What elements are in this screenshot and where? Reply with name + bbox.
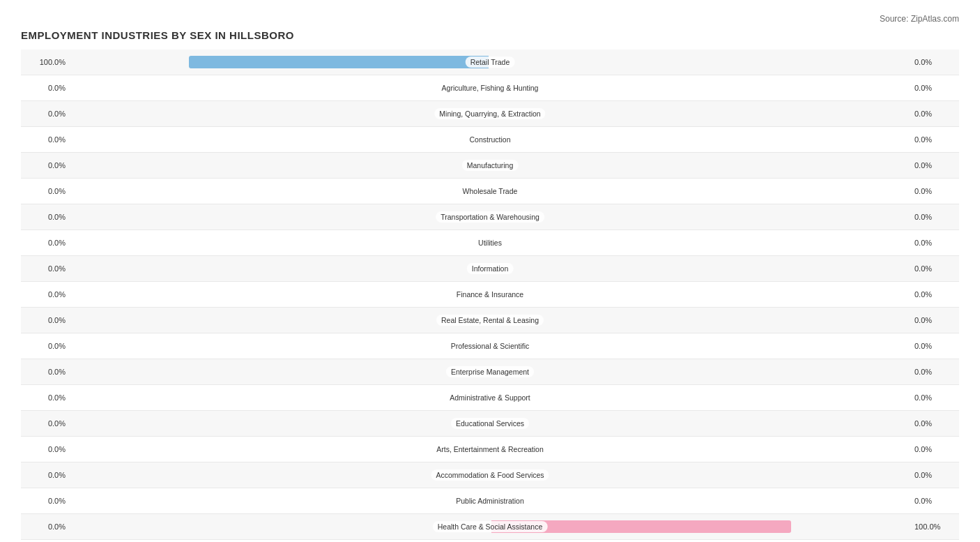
- right-value: 0.0%: [910, 187, 959, 195]
- left-value: 100.0%: [21, 58, 70, 66]
- bars-container: Real Estate, Rental & Leasing: [70, 308, 910, 333]
- bars-container: Utilities: [70, 230, 910, 255]
- table-row: 0.0% Transportation & Warehousing 0.0%: [21, 204, 959, 230]
- bars-container: Construction: [70, 127, 910, 152]
- right-bar-wrap: [490, 338, 910, 354]
- left-bar-wrap: [70, 313, 490, 328]
- bars-container: Wholesale Trade: [70, 179, 910, 204]
- left-bar-wrap: [70, 442, 490, 457]
- left-bar-wrap: [70, 338, 490, 354]
- right-value: 0.0%: [910, 471, 959, 479]
- left-bar-wrap: [70, 209, 490, 225]
- bars-container: Arts, Entertainment & Recreation: [70, 437, 910, 462]
- left-bar-wrap: [70, 416, 490, 431]
- table-row: 0.0% Arts, Entertainment & Recreation 0.…: [21, 437, 959, 462]
- left-value: 0.0%: [21, 316, 70, 324]
- left-bar-wrap: [70, 493, 490, 509]
- chart-title: EMPLOYMENT INDUSTRIES BY SEX IN HILLSBOR…: [21, 29, 959, 41]
- bars-container: Agriculture, Fishing & Hunting: [70, 75, 910, 100]
- left-value: 0.0%: [21, 135, 70, 144]
- table-row: 0.0% Enterprise Management 0.0%: [21, 359, 959, 385]
- right-bar-wrap: [490, 158, 910, 173]
- right-bar-wrap: [490, 106, 910, 121]
- table-row: 0.0% Educational Services 0.0%: [21, 411, 959, 437]
- right-value: 0.0%: [910, 393, 959, 402]
- right-bar-wrap: [490, 416, 910, 431]
- left-bar-wrap: [70, 364, 490, 379]
- left-bar-wrap: [70, 467, 490, 483]
- bars-container: Public Administration: [70, 488, 910, 513]
- source-label: Source: ZipAtlas.com: [21, 14, 959, 24]
- right-bar-wrap: [490, 209, 910, 225]
- left-value: 0.0%: [21, 522, 70, 531]
- left-bar-wrap: [70, 106, 490, 121]
- bars-container: Transportation & Warehousing: [70, 204, 910, 229]
- left-value: 0.0%: [21, 368, 70, 376]
- right-bar-wrap: [490, 493, 910, 509]
- bars-container: Manufacturing: [70, 153, 910, 178]
- table-row: 0.0% Real Estate, Rental & Leasing 0.0%: [21, 308, 959, 333]
- female-bar: [491, 520, 791, 533]
- left-value: 0.0%: [21, 264, 70, 273]
- bars-container: Information: [70, 256, 910, 281]
- table-row: 0.0% Utilities 0.0%: [21, 230, 959, 256]
- right-bar-wrap: [490, 313, 910, 328]
- left-value: 0.0%: [21, 161, 70, 170]
- right-value: 100.0%: [910, 522, 959, 531]
- left-bar-wrap: [70, 390, 490, 405]
- right-bar-wrap: [490, 261, 910, 276]
- right-value: 0.0%: [910, 135, 959, 144]
- right-value: 0.0%: [910, 497, 959, 505]
- right-bar-wrap: [490, 54, 910, 70]
- table-row: 0.0% Agriculture, Fishing & Hunting 0.0%: [21, 75, 959, 101]
- left-value: 0.0%: [21, 419, 70, 428]
- right-bar-wrap: [490, 390, 910, 405]
- right-value: 0.0%: [910, 264, 959, 273]
- left-value: 0.0%: [21, 445, 70, 453]
- right-bar-wrap: [490, 467, 910, 483]
- right-value: 0.0%: [910, 58, 959, 66]
- left-value: 0.0%: [21, 110, 70, 118]
- left-bar-wrap: [70, 287, 490, 302]
- bars-container: Professional & Scientific: [70, 333, 910, 359]
- table-row: 0.0% Health Care & Social Assistance 100…: [21, 514, 959, 540]
- left-value: 0.0%: [21, 213, 70, 221]
- table-row: 0.0% Manufacturing 0.0%: [21, 153, 959, 179]
- bars-container: Finance & Insurance: [70, 282, 910, 307]
- left-value: 0.0%: [21, 290, 70, 299]
- right-bar-wrap: [490, 132, 910, 147]
- right-value: 0.0%: [910, 161, 959, 170]
- bars-container: Accommodation & Food Services: [70, 462, 910, 488]
- bars-container: Educational Services: [70, 411, 910, 436]
- table-row: 0.0% Mining, Quarrying, & Extraction 0.0…: [21, 101, 959, 127]
- right-bar-wrap: [490, 287, 910, 302]
- chart-area: 100.0% Retail Trade 0.0% 0.0% Agricultur…: [21, 50, 959, 542]
- right-bar-wrap: [490, 442, 910, 457]
- left-value: 0.0%: [21, 342, 70, 350]
- right-bar-wrap: [490, 364, 910, 379]
- right-value: 0.0%: [910, 239, 959, 247]
- table-row: 0.0% Information 0.0%: [21, 256, 959, 282]
- right-value: 0.0%: [910, 445, 959, 453]
- right-value: 0.0%: [910, 419, 959, 428]
- left-value: 0.0%: [21, 187, 70, 195]
- table-row: 0.0% Accommodation & Food Services 0.0%: [21, 462, 959, 488]
- left-bar-wrap: [70, 54, 490, 70]
- table-row: 0.0% Wholesale Trade 0.0%: [21, 179, 959, 204]
- table-row: 0.0% Finance & Insurance 0.0%: [21, 282, 959, 308]
- table-row: 0.0% Professional & Scientific 0.0%: [21, 333, 959, 359]
- right-value: 0.0%: [910, 84, 959, 92]
- bars-container: Health Care & Social Assistance: [70, 514, 910, 539]
- left-value: 0.0%: [21, 239, 70, 247]
- bars-container: Mining, Quarrying, & Extraction: [70, 101, 910, 126]
- left-bar-wrap: [70, 519, 490, 534]
- right-bar-wrap: [490, 80, 910, 96]
- left-value: 0.0%: [21, 497, 70, 505]
- table-row: 100.0% Retail Trade 0.0%: [21, 50, 959, 75]
- left-value: 0.0%: [21, 84, 70, 92]
- left-bar-wrap: [70, 235, 490, 250]
- table-row: 0.0% Administrative & Support 0.0%: [21, 385, 959, 411]
- right-value: 0.0%: [910, 316, 959, 324]
- left-value: 0.0%: [21, 393, 70, 402]
- left-bar-wrap: [70, 183, 490, 199]
